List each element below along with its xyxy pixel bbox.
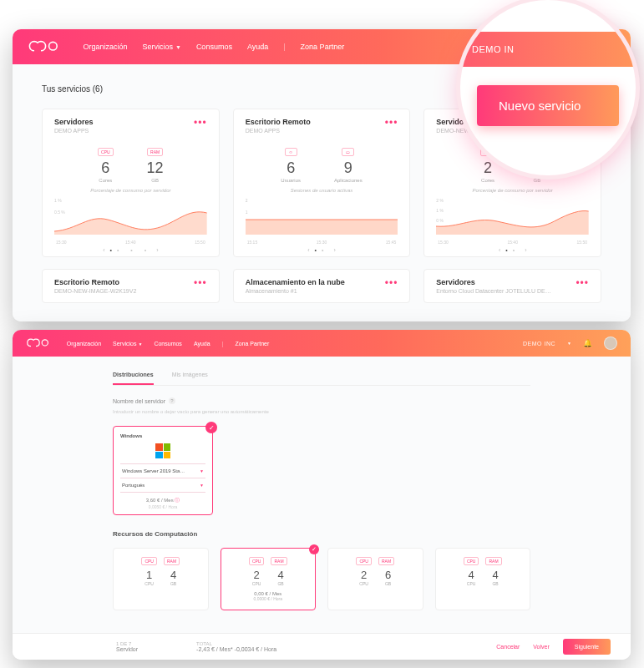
cpu-value: 2	[359, 569, 368, 581]
monitor-icon: ▭	[342, 148, 354, 156]
cpu-label: CPU	[359, 581, 368, 586]
chevron-right-icon[interactable]: ›	[156, 247, 158, 253]
service-card[interactable]: Escritorio Remoto DEMO APPS ••• ☺6Usuari…	[233, 109, 411, 257]
chevron-down-icon: ▼	[138, 342, 142, 347]
chevron-left-icon[interactable]: ‹	[307, 247, 309, 253]
nav-consumos[interactable]: Consumos	[154, 341, 181, 347]
windows-logo-icon	[155, 443, 170, 458]
kebab-icon[interactable]: •••	[194, 278, 207, 294]
tab-distribuciones[interactable]: Distribuciones	[113, 372, 154, 385]
chevron-left-icon[interactable]: ‹	[103, 247, 104, 253]
card-caption: Sesiones de usuario activas	[246, 188, 398, 193]
x-tick: 15:50	[577, 240, 588, 245]
y-tick: 0.5 %	[54, 210, 65, 215]
nav-organizacion[interactable]: Organización	[83, 43, 127, 51]
chevron-right-icon[interactable]: ›	[525, 247, 526, 253]
logo-cloud-icon[interactable]	[26, 338, 50, 348]
nav-separator: |	[222, 341, 224, 347]
os-language-select[interactable]: Portugués	[122, 483, 145, 488]
card-pager[interactable]: ‹••›	[436, 247, 589, 253]
x-tick: 15:40	[125, 240, 136, 245]
magnified-header-fragment: DEMO IN	[460, 32, 636, 67]
kebab-icon[interactable]: •••	[385, 118, 398, 128]
card-caption: Porcentaje de consumo por servidor	[54, 188, 207, 193]
nav-servicios[interactable]: Servicios▼	[113, 341, 142, 347]
card-title: Escritorio Remoto	[54, 278, 194, 286]
os-price-hour: 0,0050 € / Hora	[120, 504, 205, 509]
cores-label: Cores	[480, 178, 496, 183]
kebab-icon[interactable]: •••	[576, 278, 589, 294]
usage-chart: 2 % 1 % 0 % 15:3015:4015:50	[436, 198, 589, 244]
avatar[interactable]	[604, 337, 617, 350]
card-title: Escritorio Remoto	[246, 118, 311, 126]
compute-option-selected[interactable]: ✓ CPURAM 2CPU4GB 0,00 € / Mes0,0000 € / …	[221, 548, 317, 610]
card-pager[interactable]: ‹•• • •›	[54, 247, 207, 253]
logo-cloud-icon[interactable]	[28, 40, 59, 53]
x-tick: 15:30	[438, 240, 449, 245]
cpu-value: 2	[252, 569, 261, 581]
step-name: Servidor	[116, 646, 138, 652]
info-icon[interactable]: ⓘ	[175, 498, 180, 503]
kebab-icon[interactable]: •••	[194, 118, 207, 128]
ram-chip-icon: RAM	[485, 557, 501, 565]
gb-label: GB	[385, 581, 391, 586]
gb-label: GB	[492, 581, 498, 586]
wizard-panel: Organización Servicios▼ Consumos Ayuda |…	[13, 330, 631, 660]
chevron-down-icon[interactable]: ▼	[567, 341, 571, 346]
account-name[interactable]: DEMO INC	[523, 341, 555, 347]
nav-organizacion[interactable]: Organización	[67, 341, 101, 347]
kebab-icon[interactable]: •••	[385, 278, 398, 294]
info-icon[interactable]: ?	[169, 397, 175, 404]
cpu-chip-icon: CPU	[356, 557, 372, 565]
compute-option[interactable]: CPURAM 2CPU6GB	[327, 548, 423, 610]
chevron-right-icon[interactable]: ›	[333, 247, 335, 253]
chevron-left-icon[interactable]: ‹	[499, 247, 500, 253]
chevron-down-icon[interactable]: ▼	[200, 483, 204, 488]
cancel-button[interactable]: Cancelar	[496, 644, 520, 650]
card-title: Almacenamiento en la nube	[246, 278, 385, 286]
x-tick: 15:45	[386, 240, 397, 245]
compute-option[interactable]: CPURAM 1CPU4GB	[113, 548, 209, 610]
compute-section-title: Recursos de Computación	[113, 530, 530, 538]
compute-option[interactable]: CPURAM 4CPU4GB	[435, 548, 531, 610]
new-service-button-large[interactable]: Nuevo servicio	[477, 85, 619, 126]
tab-mis-imagenes[interactable]: Mis imágenes	[172, 372, 208, 378]
wizard-footer: 1 DE 7 Servidor TOTAL -2,43 € / Mes* -0,…	[13, 633, 631, 660]
apps-value: 9	[334, 159, 363, 177]
service-card[interactable]: Servidores DEMO APPS ••• CPU6Cores RAM12…	[42, 109, 220, 257]
users-value: 6	[281, 159, 301, 177]
users-label: Usuarios	[281, 178, 301, 183]
nav-consumos[interactable]: Consumos	[196, 43, 232, 51]
nav-servicios[interactable]: Servicios▼	[142, 43, 180, 51]
server-name-input[interactable]: Introducir un nombre o dejar vacío para …	[113, 409, 530, 414]
service-card-small[interactable]: ServidoresEntorno Cloud Datacenter JOTEL…	[423, 269, 601, 303]
os-card-windows[interactable]: ✓ Windows Windows Server 2019 Sta…▼ Port…	[113, 426, 213, 515]
x-tick: 15:15	[247, 240, 258, 245]
card-pager[interactable]: ‹••›	[246, 247, 398, 253]
os-price-month: 3,60 € / Mes	[146, 498, 174, 503]
gb-label: GB	[529, 178, 545, 183]
service-card-small[interactable]: Escritorio RemotoDEMO-NEW-IMAGE-W2K19V2 …	[42, 269, 220, 303]
image-tabs: Distribuciones Mis imágenes	[113, 372, 530, 386]
y-tick: 1 %	[436, 208, 444, 213]
os-version-select[interactable]: Windows Server 2019 Sta…	[122, 468, 185, 473]
bell-icon[interactable]: 🔔	[583, 339, 592, 347]
wizard-content: Distribuciones Mis imágenes Nombre del s…	[13, 357, 631, 633]
service-card-small[interactable]: Almacenamiento en la nubeAlmacenamiento …	[233, 269, 411, 303]
sessions-chart: 2 1 15:1515:3015:45	[246, 198, 398, 244]
gb-label: GB	[277, 581, 283, 586]
cpu-label: CPU	[467, 581, 476, 586]
back-button[interactable]: Volver	[533, 644, 549, 650]
x-tick: 15:30	[56, 240, 67, 245]
next-button[interactable]: Siguiente	[563, 639, 611, 655]
chevron-down-icon[interactable]: ▼	[200, 468, 204, 473]
cpu-value: 1	[145, 569, 154, 581]
nav-ayuda[interactable]: Ayuda	[247, 43, 268, 51]
nav-zona-partner[interactable]: Zona Partner	[235, 341, 269, 347]
y-tick: 2 %	[436, 198, 444, 203]
gb-value: 4	[492, 569, 498, 581]
ram-chip-icon: RAM	[271, 557, 287, 565]
nav-ayuda[interactable]: Ayuda	[194, 341, 210, 347]
nav-zona-partner[interactable]: Zona Partner	[301, 43, 345, 51]
card-title: Servidores	[436, 278, 576, 286]
